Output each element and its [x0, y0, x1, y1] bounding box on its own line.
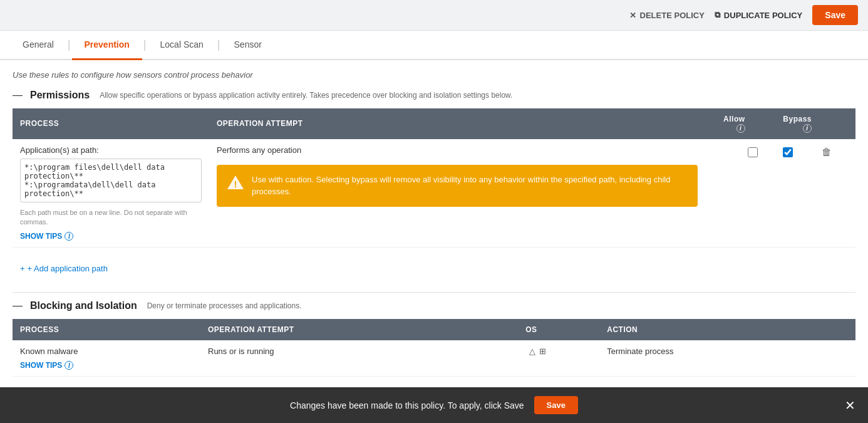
- blocking-toggle-button[interactable]: —: [13, 300, 23, 311]
- duplicate-policy-button[interactable]: ⧉ DUPLICATE POLICY: [715, 10, 802, 20]
- allow-checkbox-item: [748, 147, 758, 157]
- blocking-th-os: OS: [518, 319, 599, 340]
- permissions-title: Permissions: [30, 90, 90, 101]
- allow-checkbox[interactable]: [748, 147, 758, 157]
- blocking-description: Deny or terminate processes and applicat…: [147, 301, 302, 310]
- blocking-table: PROCESS OPERATION ATTEMPT OS ACTION Know…: [13, 319, 855, 377]
- tabs-container: General | Prevention | Local Scan | Sens…: [0, 31, 868, 60]
- path-hint: Each path must be on a new line. Do not …: [20, 208, 202, 227]
- blocking-action-text: Terminate process: [607, 347, 673, 356]
- page-description: Use these rules to configure how sensors…: [13, 70, 855, 80]
- th-allow: Allow i: [713, 115, 745, 133]
- bypass-checkbox-item: [783, 147, 793, 157]
- bottom-notification-bar: Changes have been made to this policy. T…: [0, 387, 868, 402]
- warning-triangle-icon: !: [227, 174, 244, 191]
- blocking-th-operation: OPERATION ATTEMPT: [200, 319, 518, 340]
- path-textarea[interactable]: *:\program files\dell\dell data protecti…: [20, 159, 202, 202]
- tab-prevention[interactable]: Prevention: [72, 31, 142, 60]
- permissions-action-cell: 🗑: [705, 139, 855, 248]
- close-bar-button[interactable]: ✕: [845, 398, 855, 402]
- th-bypass: Bypass i: [773, 115, 812, 133]
- blocking-operation-cell: Runs or is running: [200, 340, 518, 377]
- th-operation: OPERATION ATTEMPT: [209, 108, 705, 139]
- blocking-action-cell: Terminate process: [599, 340, 855, 377]
- main-content: Use these rules to configure how sensors…: [0, 60, 868, 402]
- add-application-path-button[interactable]: + + Add application path: [20, 264, 108, 273]
- tab-divider-3: |: [216, 31, 222, 59]
- blocking-tips-info-icon: i: [65, 361, 73, 370]
- tab-divider-2: |: [142, 31, 148, 59]
- svg-text:!: !: [234, 179, 237, 189]
- th-process: PROCESS: [13, 108, 209, 139]
- process-label: Application(s) at path:: [20, 145, 202, 155]
- blocking-th-process: PROCESS: [13, 319, 200, 340]
- os-icons: △ ⊞: [525, 347, 592, 356]
- blocking-th-action: ACTION: [599, 319, 855, 340]
- add-path-label: + Add application path: [28, 264, 108, 273]
- permissions-operation-cell: Performs any operation ! Use with cautio…: [209, 139, 705, 248]
- bypass-checkbox[interactable]: [783, 147, 793, 157]
- blocking-title: Blocking and Isolation: [30, 300, 137, 311]
- delete-icon: ✕: [629, 11, 636, 20]
- show-tips-label: SHOW TIPS: [20, 232, 62, 241]
- plus-icon: +: [20, 264, 25, 273]
- top-bar: ✕ DELETE POLICY ⧉ DUPLICATE POLICY Save: [0, 0, 868, 31]
- blocking-process-name: Known malware: [20, 347, 193, 356]
- tips-info-icon: i: [65, 232, 73, 241]
- permissions-process-cell: Application(s) at path: *:\program files…: [13, 139, 209, 248]
- duplicate-policy-label: DUPLICATE POLICY: [724, 11, 802, 20]
- tab-divider-1: |: [66, 31, 72, 59]
- bottom-bar-content: Changes have been made to this policy. T…: [13, 396, 855, 402]
- delete-policy-button[interactable]: ✕ DELETE POLICY: [629, 11, 705, 20]
- checkbox-group: 🗑: [713, 145, 848, 159]
- tab-local-scan[interactable]: Local Scan: [148, 31, 216, 60]
- duplicate-icon: ⧉: [715, 10, 720, 20]
- permissions-table: PROCESS OPERATION ATTEMPT Allow i Bypass…: [13, 108, 855, 248]
- top-bar-actions: ✕ DELETE POLICY ⧉ DUPLICATE POLICY Save: [629, 5, 858, 25]
- add-path-row: + + Add application path: [13, 255, 855, 282]
- permissions-toggle-button[interactable]: —: [13, 90, 23, 101]
- delete-policy-label: DELETE POLICY: [640, 11, 705, 20]
- tab-sensor[interactable]: Sensor: [222, 31, 274, 60]
- blocking-os-cell: △ ⊞: [518, 340, 599, 377]
- th-action: Allow i Bypass i: [705, 108, 855, 139]
- permissions-section-header: — Permissions Allow specific operations …: [13, 90, 855, 101]
- blocking-show-tips-button[interactable]: SHOW TIPS i: [20, 361, 73, 370]
- permissions-row: Application(s) at path: *:\program files…: [13, 139, 855, 248]
- close-icon: ✕: [845, 399, 855, 402]
- bottom-bar-message: Changes have been made to this policy. T…: [290, 400, 524, 402]
- blocking-show-tips-label: SHOW TIPS: [20, 361, 62, 370]
- permissions-description: Allow specific operations or bypass appl…: [100, 91, 512, 100]
- save-button-bottom[interactable]: Save: [534, 396, 578, 402]
- blocking-row: Known malware SHOW TIPS i Runs or is run…: [13, 340, 855, 377]
- blocking-operation-text: Runs or is running: [208, 347, 274, 356]
- warning-banner: ! Use with caution. Selecting bypass wil…: [217, 165, 698, 207]
- show-tips-button[interactable]: SHOW TIPS i: [20, 232, 73, 241]
- warning-text: Use with caution. Selecting bypass will …: [252, 174, 688, 198]
- trash-icon: 🗑: [822, 147, 832, 157]
- windows-icon: ⊞: [539, 347, 546, 356]
- blocking-process-cell: Known malware SHOW TIPS i: [13, 340, 200, 377]
- linux-icon: △: [529, 347, 535, 356]
- operation-text: Performs any operation: [217, 145, 698, 155]
- delete-row-button[interactable]: 🗑: [818, 145, 835, 159]
- tab-general[interactable]: General: [10, 31, 66, 60]
- save-button-top[interactable]: Save: [812, 5, 858, 25]
- section-divider: [13, 292, 855, 293]
- blocking-section-header: — Blocking and Isolation Deny or termina…: [13, 300, 855, 311]
